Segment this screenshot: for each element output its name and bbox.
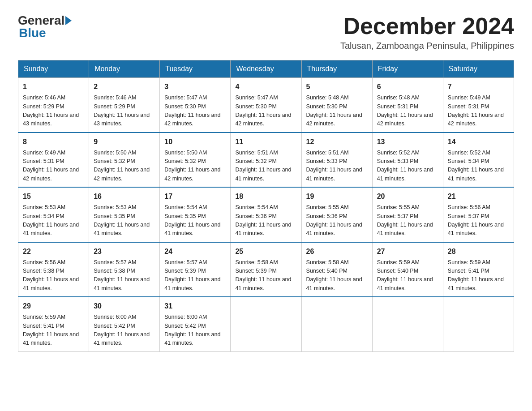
calendar-cell: 31Sunrise: 6:00 AMSunset: 5:42 PMDayligh… [160,297,231,351]
weekday-header-thursday: Thursday [301,60,372,78]
calendar-cell: 20Sunrise: 5:55 AMSunset: 5:37 PMDayligh… [372,187,443,242]
calendar-cell: 5Sunrise: 5:48 AMSunset: 5:30 PMDaylight… [301,78,372,133]
calendar-cell: 17Sunrise: 5:54 AMSunset: 5:35 PMDayligh… [160,187,231,242]
weekday-header-saturday: Saturday [443,60,514,78]
calendar-cell: 9Sunrise: 5:50 AMSunset: 5:32 PMDaylight… [89,133,160,188]
day-info: Sunrise: 5:57 AMSunset: 5:38 PMDaylight:… [94,258,155,293]
weekday-header-sunday: Sunday [18,60,89,78]
calendar-cell: 30Sunrise: 6:00 AMSunset: 5:42 PMDayligh… [89,297,160,351]
day-number: 11 [235,137,296,147]
day-number: 16 [94,191,155,202]
day-info: Sunrise: 5:56 AMSunset: 5:37 PMDaylight:… [448,203,509,238]
calendar-cell: 29Sunrise: 5:59 AMSunset: 5:41 PMDayligh… [18,297,89,351]
day-number: 6 [377,81,438,92]
calendar-cell: 7Sunrise: 5:49 AMSunset: 5:31 PMDaylight… [443,78,514,133]
day-number: 5 [306,81,368,92]
calendar-cell: 13Sunrise: 5:52 AMSunset: 5:33 PMDayligh… [372,133,443,188]
day-number: 2 [94,81,155,92]
weekday-header-tuesday: Tuesday [160,60,231,78]
calendar-cell: 1Sunrise: 5:46 AMSunset: 5:29 PMDaylight… [18,78,89,133]
weekday-header-row: SundayMondayTuesdayWednesdayThursdayFrid… [18,60,514,78]
calendar-cell [372,297,443,351]
day-info: Sunrise: 5:51 AMSunset: 5:32 PMDaylight:… [235,149,296,184]
day-number: 13 [377,137,438,147]
calendar-cell [231,297,301,351]
calendar-cell: 3Sunrise: 5:47 AMSunset: 5:30 PMDaylight… [160,78,231,133]
day-info: Sunrise: 5:49 AMSunset: 5:31 PMDaylight:… [448,94,509,128]
calendar-week-row: 8Sunrise: 5:49 AMSunset: 5:31 PMDaylight… [18,133,514,188]
logo-triangle-icon [65,16,72,25]
day-number: 17 [164,191,226,202]
day-number: 8 [23,137,84,147]
day-info: Sunrise: 5:56 AMSunset: 5:38 PMDaylight:… [23,258,84,293]
day-number: 23 [94,246,155,257]
day-info: Sunrise: 6:00 AMSunset: 5:42 PMDaylight:… [94,313,155,348]
calendar-cell: 11Sunrise: 5:51 AMSunset: 5:32 PMDayligh… [231,133,301,188]
day-number: 15 [23,191,84,202]
day-number: 4 [235,81,296,92]
weekday-header-monday: Monday [89,60,160,78]
day-info: Sunrise: 5:59 AMSunset: 5:40 PMDaylight:… [377,258,438,293]
day-info: Sunrise: 5:49 AMSunset: 5:31 PMDaylight:… [23,149,84,184]
day-number: 31 [164,301,226,312]
calendar-cell: 14Sunrise: 5:52 AMSunset: 5:34 PMDayligh… [443,133,514,188]
calendar-week-row: 29Sunrise: 5:59 AMSunset: 5:41 PMDayligh… [18,297,514,351]
day-number: 22 [23,246,84,257]
calendar-cell: 26Sunrise: 5:58 AMSunset: 5:40 PMDayligh… [301,242,372,297]
calendar-cell: 4Sunrise: 5:47 AMSunset: 5:30 PMDaylight… [231,78,301,133]
calendar-cell [443,297,514,351]
weekday-header-wednesday: Wednesday [231,60,301,78]
calendar-week-row: 22Sunrise: 5:56 AMSunset: 5:38 PMDayligh… [18,242,514,297]
day-info: Sunrise: 5:51 AMSunset: 5:33 PMDaylight:… [306,149,368,184]
weekday-header-friday: Friday [372,60,443,78]
calendar-cell: 12Sunrise: 5:51 AMSunset: 5:33 PMDayligh… [301,133,372,188]
day-info: Sunrise: 5:54 AMSunset: 5:35 PMDaylight:… [164,203,226,238]
day-number: 19 [306,191,368,202]
day-info: Sunrise: 5:52 AMSunset: 5:33 PMDaylight:… [377,149,438,184]
day-info: Sunrise: 5:48 AMSunset: 5:31 PMDaylight:… [377,94,438,128]
calendar-cell: 25Sunrise: 5:58 AMSunset: 5:39 PMDayligh… [231,242,301,297]
calendar-cell: 28Sunrise: 5:59 AMSunset: 5:41 PMDayligh… [443,242,514,297]
day-info: Sunrise: 5:46 AMSunset: 5:29 PMDaylight:… [94,94,155,128]
calendar-cell: 21Sunrise: 5:56 AMSunset: 5:37 PMDayligh… [443,187,514,242]
day-number: 1 [23,81,84,92]
calendar-cell: 16Sunrise: 5:53 AMSunset: 5:35 PMDayligh… [89,187,160,242]
day-number: 20 [377,191,438,202]
calendar-cell: 15Sunrise: 5:53 AMSunset: 5:34 PMDayligh… [18,187,89,242]
day-number: 3 [164,81,226,92]
calendar-week-row: 15Sunrise: 5:53 AMSunset: 5:34 PMDayligh… [18,187,514,242]
logo-blue-text: Blue [19,26,46,40]
day-info: Sunrise: 6:00 AMSunset: 5:42 PMDaylight:… [164,313,226,348]
day-info: Sunrise: 5:55 AMSunset: 5:37 PMDaylight:… [377,203,438,238]
day-info: Sunrise: 5:54 AMSunset: 5:36 PMDaylight:… [235,203,296,238]
calendar-cell: 10Sunrise: 5:50 AMSunset: 5:32 PMDayligh… [160,133,231,188]
calendar-cell: 23Sunrise: 5:57 AMSunset: 5:38 PMDayligh… [89,242,160,297]
day-info: Sunrise: 5:47 AMSunset: 5:30 PMDaylight:… [164,94,226,128]
calendar-cell: 6Sunrise: 5:48 AMSunset: 5:31 PMDaylight… [372,78,443,133]
day-info: Sunrise: 5:59 AMSunset: 5:41 PMDaylight:… [23,313,84,348]
location-subtitle: Talusan, Zamboanga Peninsula, Philippine… [340,41,514,51]
day-number: 29 [23,301,84,312]
calendar-cell: 27Sunrise: 5:59 AMSunset: 5:40 PMDayligh… [372,242,443,297]
day-info: Sunrise: 5:57 AMSunset: 5:39 PMDaylight:… [164,258,226,293]
calendar-cell: 24Sunrise: 5:57 AMSunset: 5:39 PMDayligh… [160,242,231,297]
calendar-cell: 22Sunrise: 5:56 AMSunset: 5:38 PMDayligh… [18,242,89,297]
calendar-cell: 8Sunrise: 5:49 AMSunset: 5:31 PMDaylight… [18,133,89,188]
calendar-table: SundayMondayTuesdayWednesdayThursdayFrid… [18,60,514,352]
title-area: December 2024 Talusan, Zamboanga Peninsu… [340,13,514,51]
day-info: Sunrise: 5:46 AMSunset: 5:29 PMDaylight:… [23,94,84,128]
day-info: Sunrise: 5:48 AMSunset: 5:30 PMDaylight:… [306,94,368,128]
calendar-cell: 19Sunrise: 5:55 AMSunset: 5:36 PMDayligh… [301,187,372,242]
calendar-cell: 18Sunrise: 5:54 AMSunset: 5:36 PMDayligh… [231,187,301,242]
calendar-cell [301,297,372,351]
day-number: 28 [448,246,509,257]
day-number: 18 [235,191,296,202]
day-info: Sunrise: 5:47 AMSunset: 5:30 PMDaylight:… [235,94,296,128]
day-info: Sunrise: 5:58 AMSunset: 5:39 PMDaylight:… [235,258,296,293]
day-number: 7 [448,81,509,92]
day-info: Sunrise: 5:53 AMSunset: 5:34 PMDaylight:… [23,203,84,238]
day-number: 12 [306,137,368,147]
header: General Blue December 2024 Talusan, Zamb… [18,13,514,51]
day-info: Sunrise: 5:58 AMSunset: 5:40 PMDaylight:… [306,258,368,293]
day-info: Sunrise: 5:50 AMSunset: 5:32 PMDaylight:… [164,149,226,184]
